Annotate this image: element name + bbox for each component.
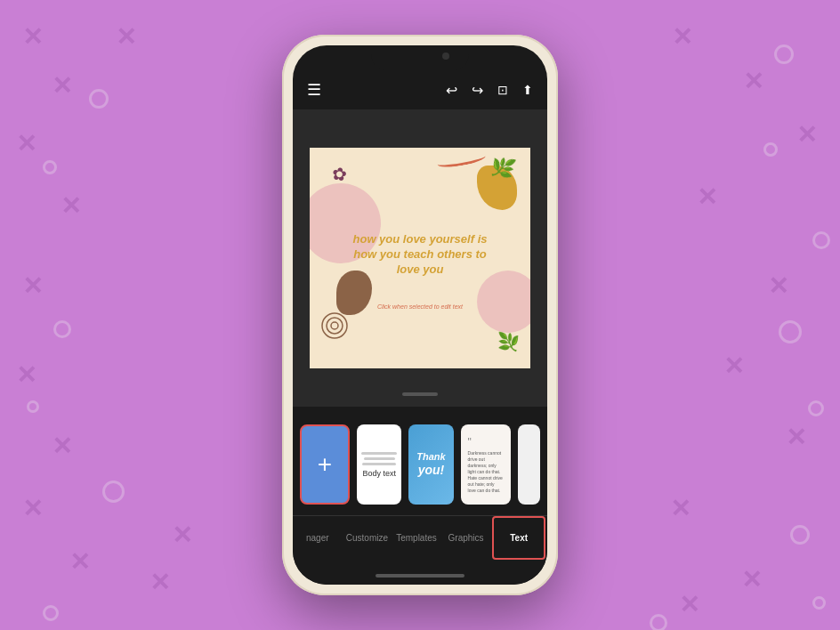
bottom-nav: nager Customize Templates Graphics Text	[293, 515, 547, 560]
bg-x-10: ✕	[69, 547, 90, 577]
bg-circle-1	[89, 89, 109, 109]
shape-pink-circle-bottomright	[477, 271, 530, 333]
body-line-1	[361, 452, 397, 455]
bg-x-22: ✕	[679, 590, 699, 619]
bg-x-13: ✕	[672, 22, 692, 52]
bg-circle-5	[102, 481, 125, 503]
bg-circle-8	[763, 142, 778, 157]
nav-item-customize[interactable]: Customize	[343, 516, 392, 560]
bg-x-15: ✕	[796, 120, 817, 149]
quote-text: Darkness cannot drive out darkness; only…	[468, 450, 504, 494]
canvas-main-text[interactable]: how you love yourself is how you teach o…	[349, 232, 491, 278]
bg-circle-10	[779, 320, 802, 343]
shape-squiggle	[436, 150, 486, 169]
bg-x-16: ✕	[697, 182, 717, 212]
bg-x-19: ✕	[786, 423, 806, 452]
phone-frame: ☰ ↩ ↪ ⊡ ⬆	[282, 35, 558, 595]
thankyou-text: Thankyou!	[416, 451, 445, 478]
nav-label-text: Text	[510, 533, 528, 543]
scroll-indicator	[402, 392, 438, 396]
bg-x-7: ✕	[16, 360, 36, 390]
top-bar: ☰ ↩ ↪ ⊡ ⬆	[293, 70, 547, 109]
bg-x-4: ✕	[16, 129, 36, 158]
design-canvas[interactable]: ✿ 🌿 🌿 how you love yourself is how you t…	[310, 148, 530, 368]
nav-label-manager: nager	[306, 533, 329, 543]
bg-x-1: ✕	[22, 22, 43, 52]
shape-spiral	[320, 311, 349, 343]
bg-x-14: ✕	[743, 67, 763, 96]
bg-x-8: ✕	[52, 432, 72, 461]
bottom-panel: + Body text Thankyou!	[293, 407, 547, 585]
menu-icon[interactable]: ☰	[307, 80, 321, 100]
quote-card[interactable]: " Darkness cannot drive out darkness; on…	[461, 424, 511, 505]
svg-point-2	[331, 322, 338, 329]
bg-circle-13	[812, 596, 826, 610]
bg-circle-7	[774, 44, 794, 64]
bg-x-9: ✕	[22, 494, 43, 523]
body-text-card[interactable]: Body text	[357, 424, 401, 505]
phone-body: ☰ ↩ ↪ ⊡ ⬆	[282, 35, 558, 595]
folder-icon[interactable]: ⊡	[497, 83, 508, 97]
svg-point-0	[322, 313, 347, 338]
bg-circle-3	[53, 320, 71, 338]
phone-screen: ☰ ↩ ↪ ⊡ ⬆	[293, 45, 547, 585]
bg-x-18: ✕	[723, 351, 744, 381]
bg-circle-6	[43, 605, 59, 621]
home-indicator	[376, 574, 464, 578]
nav-item-templates[interactable]: Templates	[392, 516, 441, 560]
body-line-3	[362, 463, 396, 465]
nav-label-graphics: Graphics	[448, 533, 484, 543]
bg-circle-9	[812, 231, 830, 249]
bg-x-6: ✕	[22, 271, 43, 301]
camera-dot	[442, 52, 449, 60]
bg-circle-4	[27, 400, 39, 413]
bg-circle-12	[790, 525, 810, 545]
bg-x-5: ✕	[61, 191, 81, 221]
nav-label-templates: Templates	[396, 533, 437, 543]
nav-label-customize: Customize	[346, 533, 388, 543]
partial-card[interactable]	[518, 424, 540, 505]
bg-x-12: ✕	[172, 521, 192, 550]
bg-circle-2	[43, 160, 57, 174]
shape-leaf-topleft: ✿	[330, 163, 349, 187]
bg-x-11: ✕	[149, 568, 170, 597]
canvas-area[interactable]: ✿ 🌿 🌿 how you love yourself is how you t…	[293, 109, 547, 407]
nav-item-manager[interactable]: nager	[293, 516, 343, 560]
thankyou-card[interactable]: Thankyou!	[408, 424, 453, 505]
quote-icon: "	[468, 436, 504, 448]
template-cards-row: + Body text Thankyou!	[293, 416, 547, 513]
body-line-2	[364, 457, 395, 460]
add-template-button[interactable]: +	[300, 424, 350, 505]
svg-point-1	[327, 318, 343, 334]
nav-item-graphics[interactable]: Graphics	[441, 516, 491, 560]
phone-notch	[371, 45, 469, 70]
bg-x-20: ✕	[670, 494, 691, 523]
body-text-label: Body text	[362, 469, 396, 478]
bg-x-2: ✕	[116, 22, 136, 52]
bg-circle-14	[650, 614, 667, 630]
redo-icon[interactable]: ↪	[472, 82, 483, 99]
bg-x-21: ✕	[741, 565, 762, 594]
nav-item-text[interactable]: Text	[492, 516, 545, 560]
body-text-lines	[361, 452, 397, 465]
shape-hand-bottomright: 🌿	[497, 331, 520, 352]
plus-icon: +	[318, 452, 332, 477]
canvas-sub-text[interactable]: Click when selected to edit text	[349, 303, 491, 310]
bg-circle-11	[808, 400, 824, 416]
undo-icon[interactable]: ↩	[446, 82, 457, 99]
bg-x-3: ✕	[52, 71, 72, 101]
bg-x-17: ✕	[768, 271, 788, 301]
share-icon[interactable]: ⬆	[522, 83, 533, 97]
